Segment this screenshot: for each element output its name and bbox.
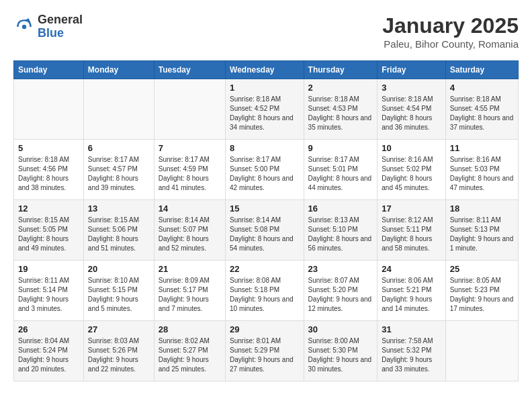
day-number: 5: [18, 143, 79, 153]
day-info: Sunrise: 8:18 AMSunset: 4:55 PMDaylight:…: [450, 95, 514, 132]
calendar-cell: 6Sunrise: 8:17 AMSunset: 4:57 PMDaylight…: [83, 140, 154, 200]
day-number: 28: [159, 324, 221, 334]
calendar-cell: 15Sunrise: 8:14 AMSunset: 5:08 PMDayligh…: [226, 200, 304, 261]
day-number: 14: [159, 203, 221, 214]
day-info: Sunrise: 8:15 AMSunset: 5:06 PMDaylight:…: [88, 216, 150, 253]
day-info: Sunrise: 8:09 AMSunset: 5:17 PMDaylight:…: [159, 276, 221, 314]
day-info: Sunrise: 8:17 AMSunset: 5:01 PMDaylight:…: [308, 155, 373, 193]
day-number: 3: [382, 83, 441, 93]
day-info: Sunrise: 8:17 AMSunset: 4:59 PMDaylight:…: [159, 155, 221, 193]
weekday-header: Sunday: [14, 61, 84, 79]
calendar-cell: 14Sunrise: 8:14 AMSunset: 5:07 PMDayligh…: [154, 200, 225, 261]
calendar-cell: [445, 321, 518, 381]
calendar-cell: 24Sunrise: 8:06 AMSunset: 5:21 PMDayligh…: [378, 261, 445, 321]
calendar-table: SundayMondayTuesdayWednesdayThursdayFrid…: [13, 60, 519, 381]
day-number: 22: [230, 264, 300, 274]
calendar-cell: 31Sunrise: 7:58 AMSunset: 5:32 PMDayligh…: [378, 321, 445, 381]
weekday-header: Wednesday: [226, 61, 304, 79]
calendar-cell: 3Sunrise: 8:18 AMSunset: 4:54 PMDaylight…: [378, 79, 445, 140]
day-number: 1: [230, 83, 300, 93]
calendar-cell: 2Sunrise: 8:18 AMSunset: 4:53 PMDaylight…: [304, 79, 378, 140]
calendar-cell: 30Sunrise: 8:00 AMSunset: 5:30 PMDayligh…: [304, 321, 378, 381]
logo-text: General Blue: [38, 13, 83, 40]
page-subtitle: Paleu, Bihor County, Romania: [382, 38, 519, 50]
day-number: 20: [88, 264, 150, 274]
day-number: 2: [308, 83, 373, 93]
day-info: Sunrise: 8:04 AMSunset: 5:24 PMDaylight:…: [18, 336, 79, 374]
day-info: Sunrise: 8:02 AMSunset: 5:27 PMDaylight:…: [159, 336, 221, 374]
day-info: Sunrise: 8:01 AMSunset: 5:29 PMDaylight:…: [230, 336, 300, 374]
weekday-header: Thursday: [304, 61, 378, 79]
logo-general: General: [38, 13, 83, 27]
logo: General Blue: [13, 13, 83, 40]
calendar-cell: 21Sunrise: 8:09 AMSunset: 5:17 PMDayligh…: [154, 261, 225, 321]
calendar-cell: 29Sunrise: 8:01 AMSunset: 5:29 PMDayligh…: [226, 321, 304, 381]
day-number: 6: [88, 143, 150, 153]
day-number: 12: [18, 203, 79, 214]
day-number: 4: [450, 83, 514, 93]
calendar-cell: 17Sunrise: 8:12 AMSunset: 5:11 PMDayligh…: [378, 200, 445, 261]
day-info: Sunrise: 8:06 AMSunset: 5:21 PMDaylight:…: [382, 276, 441, 314]
calendar-week-row: 19Sunrise: 8:11 AMSunset: 5:14 PMDayligh…: [14, 261, 519, 321]
day-number: 19: [18, 264, 79, 274]
day-info: Sunrise: 7:58 AMSunset: 5:32 PMDaylight:…: [382, 336, 441, 374]
day-number: 31: [382, 324, 441, 334]
day-info: Sunrise: 8:16 AMSunset: 5:03 PMDaylight:…: [450, 155, 514, 193]
header-row: SundayMondayTuesdayWednesdayThursdayFrid…: [14, 61, 519, 79]
calendar-week-row: 12Sunrise: 8:15 AMSunset: 5:05 PMDayligh…: [14, 200, 519, 261]
day-number: 11: [450, 143, 514, 153]
day-number: 13: [88, 203, 150, 214]
day-info: Sunrise: 8:12 AMSunset: 5:11 PMDaylight:…: [382, 216, 441, 253]
calendar-cell: 1Sunrise: 8:18 AMSunset: 4:52 PMDaylight…: [226, 79, 304, 140]
calendar-cell: 8Sunrise: 8:17 AMSunset: 5:00 PMDaylight…: [226, 140, 304, 200]
calendar-cell: [154, 79, 225, 140]
day-info: Sunrise: 8:10 AMSunset: 5:15 PMDaylight:…: [88, 276, 150, 314]
calendar-cell: [14, 79, 84, 140]
day-number: 23: [308, 264, 373, 274]
day-number: 18: [450, 203, 514, 214]
calendar-header: SundayMondayTuesdayWednesdayThursdayFrid…: [14, 61, 519, 79]
calendar-week-row: 5Sunrise: 8:18 AMSunset: 4:56 PMDaylight…: [14, 140, 519, 200]
calendar-cell: 23Sunrise: 8:07 AMSunset: 5:20 PMDayligh…: [304, 261, 378, 321]
day-number: 10: [382, 143, 441, 153]
page-title: January 2025: [382, 13, 519, 38]
calendar-cell: 19Sunrise: 8:11 AMSunset: 5:14 PMDayligh…: [14, 261, 84, 321]
day-info: Sunrise: 8:15 AMSunset: 5:05 PMDaylight:…: [18, 216, 79, 253]
calendar-cell: 10Sunrise: 8:16 AMSunset: 5:02 PMDayligh…: [378, 140, 445, 200]
day-info: Sunrise: 8:03 AMSunset: 5:26 PMDaylight:…: [88, 336, 150, 374]
weekday-header: Saturday: [445, 61, 518, 79]
day-number: 29: [230, 324, 300, 334]
calendar-cell: 26Sunrise: 8:04 AMSunset: 5:24 PMDayligh…: [14, 321, 84, 381]
day-number: 30: [308, 324, 373, 334]
day-number: 21: [159, 264, 221, 274]
day-number: 9: [308, 143, 373, 153]
title-block: January 2025 Paleu, Bihor County, Romani…: [382, 13, 519, 50]
day-info: Sunrise: 8:11 AMSunset: 5:13 PMDaylight:…: [450, 216, 514, 253]
calendar-cell: 7Sunrise: 8:17 AMSunset: 4:59 PMDaylight…: [154, 140, 225, 200]
calendar-cell: 20Sunrise: 8:10 AMSunset: 5:15 PMDayligh…: [83, 261, 154, 321]
day-number: 27: [88, 324, 150, 334]
day-info: Sunrise: 8:17 AMSunset: 4:57 PMDaylight:…: [88, 155, 150, 193]
day-info: Sunrise: 8:18 AMSunset: 4:56 PMDaylight:…: [18, 155, 79, 193]
day-info: Sunrise: 8:18 AMSunset: 4:52 PMDaylight:…: [230, 95, 300, 132]
day-info: Sunrise: 8:18 AMSunset: 4:53 PMDaylight:…: [308, 95, 373, 132]
calendar-week-row: 26Sunrise: 8:04 AMSunset: 5:24 PMDayligh…: [14, 321, 519, 381]
day-info: Sunrise: 8:00 AMSunset: 5:30 PMDaylight:…: [308, 336, 373, 374]
calendar-cell: 11Sunrise: 8:16 AMSunset: 5:03 PMDayligh…: [445, 140, 518, 200]
weekday-header: Friday: [378, 61, 445, 79]
calendar-cell: [83, 79, 154, 140]
day-number: 26: [18, 324, 79, 334]
day-info: Sunrise: 8:08 AMSunset: 5:18 PMDaylight:…: [230, 276, 300, 314]
day-info: Sunrise: 8:18 AMSunset: 4:54 PMDaylight:…: [382, 95, 441, 132]
calendar-cell: 25Sunrise: 8:05 AMSunset: 5:23 PMDayligh…: [445, 261, 518, 321]
day-info: Sunrise: 8:16 AMSunset: 5:02 PMDaylight:…: [382, 155, 441, 193]
calendar-cell: 27Sunrise: 8:03 AMSunset: 5:26 PMDayligh…: [83, 321, 154, 381]
calendar-cell: 12Sunrise: 8:15 AMSunset: 5:05 PMDayligh…: [14, 200, 84, 261]
svg-point-0: [22, 25, 26, 29]
day-info: Sunrise: 8:14 AMSunset: 5:07 PMDaylight:…: [159, 216, 221, 253]
day-number: 8: [230, 143, 300, 153]
calendar-cell: 22Sunrise: 8:08 AMSunset: 5:18 PMDayligh…: [226, 261, 304, 321]
day-info: Sunrise: 8:11 AMSunset: 5:14 PMDaylight:…: [18, 276, 79, 314]
calendar-cell: 16Sunrise: 8:13 AMSunset: 5:10 PMDayligh…: [304, 200, 378, 261]
logo-icon: [13, 16, 35, 38]
